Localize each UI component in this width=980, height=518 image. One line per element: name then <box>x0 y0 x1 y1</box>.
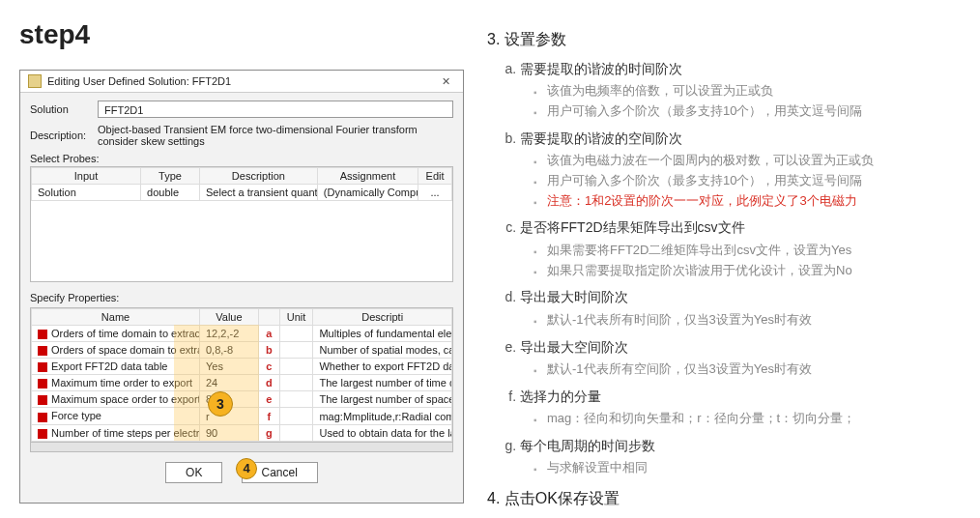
note-item-heading: 需要提取的谐波的空间阶次 <box>520 130 682 146</box>
probes-h-assign: Assignment <box>317 168 418 185</box>
note-item: 每个电周期的时间步数与求解设置中相同 <box>520 435 961 478</box>
notes-heading-3: 3. 设置参数 <box>487 27 961 52</box>
prop-desc: mag:Mmplitude,r:Radial component,t:T <box>313 408 452 424</box>
table-row[interactable]: Orders of space domain to extract0,8,-8b… <box>32 342 452 359</box>
close-icon[interactable]: ✕ <box>436 75 455 88</box>
prop-unit <box>279 408 313 424</box>
dialog-title: Editing User Defined Solution: FFT2D1 <box>47 75 436 87</box>
props-h-blank <box>258 309 279 326</box>
prop-unit <box>279 391 313 408</box>
prop-value[interactable]: 24 <box>200 375 259 391</box>
table-row[interactable]: Solution double Select a transient quant… <box>32 185 452 201</box>
description-label: Description: <box>30 130 98 141</box>
probes-input: Solution <box>32 185 141 201</box>
prop-unit <box>279 326 313 342</box>
description-text: Object-based Transient EM force two-dime… <box>98 124 453 147</box>
props-h-desc: Descripti <box>313 309 452 326</box>
note-sub: 该值为电频率的倍数，可以设置为正或负 <box>533 81 961 101</box>
note-sub: 默认-1代表所有空间阶，仅当3设置为Yes时有效 <box>533 360 961 380</box>
prop-unit <box>279 375 313 391</box>
note-sub: 与求解设置中相同 <box>533 458 961 478</box>
prop-name: Export FFT2D data table <box>32 359 200 375</box>
prop-desc: Number of spatial modes, can be positi <box>313 342 452 359</box>
prop-desc: Whether to export FFT2D data table to <box>313 359 452 375</box>
prop-letter: g <box>258 424 279 441</box>
dialog-window: Editing User Defined Solution: FFT2D1 ✕ … <box>19 70 464 504</box>
note-item: 选择力的分量mag：径向和切向矢量和；r：径向分量；t：切向分量； <box>520 386 961 429</box>
notes-heading-4: 4. 点击OK保存设置 <box>487 486 961 511</box>
note-item-heading: 是否将FFT2D结果矩阵导出到csv文件 <box>520 219 745 235</box>
prop-desc: Used to obtain data for the last electri… <box>313 424 452 441</box>
note-sub: 如果只需要提取指定阶次谐波用于优化设计，设置为No <box>533 261 961 281</box>
table-row[interactable]: Maximum space order to export8eThe large… <box>32 391 452 408</box>
table-row[interactable]: Maximum time order to export24dThe large… <box>32 375 452 391</box>
probes-h-type: Type <box>141 168 200 185</box>
probes-type: double <box>141 185 200 201</box>
table-row[interactable]: Export FFT2D data tableYescWhether to ex… <box>32 359 452 375</box>
prop-desc: The largest number of time domain ord <box>313 375 452 391</box>
callout-3: 3 <box>208 391 233 417</box>
note-item-heading: 需要提取的谐波的时间阶次 <box>520 61 682 76</box>
h-scrollbar[interactable] <box>30 443 453 452</box>
note-item: 导出最大时间阶次默认-1代表所有时间阶，仅当3设置为Yes时有效 <box>520 286 961 330</box>
notes-panel: 3. 设置参数 需要提取的谐波的时间阶次该值为电频率的倍数，可以设置为正或负用户… <box>487 19 961 511</box>
prop-name: Orders of space domain to extract <box>32 342 200 359</box>
ok-button[interactable]: OK <box>165 462 222 483</box>
probes-assign: (Dynamically Computed) <box>317 185 418 201</box>
probes-h-edit: Edit <box>418 168 452 185</box>
prop-name: Maximum time order to export <box>32 375 200 391</box>
props-h-name: Name <box>32 309 200 326</box>
probes-edit-button[interactable]: ... <box>418 185 452 201</box>
props-h-unit: Unit <box>279 309 313 326</box>
titlebar: Editing User Defined Solution: FFT2D1 ✕ <box>20 71 463 93</box>
table-row[interactable]: Number of time steps per electrical cycl… <box>32 424 452 441</box>
solution-input[interactable]: FFT2D1 <box>98 101 453 118</box>
prop-letter: d <box>258 375 279 391</box>
prop-name: Orders of time domain to extract <box>32 326 200 342</box>
table-row[interactable]: Force typerfmag:Mmplitude,r:Radial compo… <box>32 408 452 424</box>
prop-letter: f <box>258 408 279 424</box>
prop-value[interactable]: 0,8,-8 <box>200 342 259 359</box>
note-sub: 该值为电磁力波在一个圆周内的极对数，可以设置为正或负 <box>533 151 961 171</box>
prop-desc: Multiples of fundamental electric freque <box>313 326 452 342</box>
note-item: 是否将FFT2D结果矩阵导出到csv文件如果需要将FFT2D二维矩阵导出到csv… <box>520 216 961 280</box>
props-grid: Name Value Unit Descripti Orders of time… <box>30 307 453 443</box>
probes-h-desc: Description <box>199 168 317 185</box>
note-sub: 注意：1和2设置的阶次一一对应，此例定义了3个电磁力 <box>533 191 961 212</box>
prop-name: Force type <box>32 408 200 424</box>
solution-label: Solution <box>30 103 98 115</box>
prop-value[interactable]: Yes <box>200 359 259 375</box>
note-item: 导出最大空间阶次默认-1代表所有空间阶，仅当3设置为Yes时有效 <box>520 336 961 380</box>
note-sub: 用户可输入多个阶次（最多支持10个），用英文逗号间隔 <box>533 171 961 191</box>
probes-grid: Input Type Description Assignment Edit S… <box>30 166 453 282</box>
prop-value[interactable]: 12,2,-2 <box>200 326 259 342</box>
props-h-value: Value <box>200 309 259 326</box>
callout-4: 4 <box>236 458 257 479</box>
note-item-heading: 导出最大时间阶次 <box>520 289 628 304</box>
note-item: 需要提取的谐波的时间阶次该值为电频率的倍数，可以设置为正或负用户可输入多个阶次（… <box>520 58 961 122</box>
note-item-heading: 每个电周期的时间步数 <box>520 438 655 453</box>
select-probes-label: Select Probes: <box>30 153 453 164</box>
prop-value[interactable]: 90 <box>200 424 259 441</box>
prop-unit <box>279 342 313 359</box>
probes-h-input: Input <box>32 168 141 185</box>
prop-letter: c <box>258 359 279 375</box>
prop-name: Maximum space order to export <box>32 391 200 408</box>
app-icon <box>28 74 42 88</box>
step-title: step4 <box>19 19 464 50</box>
table-row[interactable]: Orders of time domain to extract12,2,-2a… <box>32 326 452 342</box>
prop-letter: b <box>258 342 279 359</box>
note-sub: 如果需要将FFT2D二维矩阵导出到csv文件，设置为Yes <box>533 241 961 261</box>
prop-unit <box>279 359 313 375</box>
prop-desc: The largest number of space domain or <box>313 391 452 408</box>
note-sub: 默认-1代表所有时间阶，仅当3设置为Yes时有效 <box>533 310 961 331</box>
prop-unit <box>279 424 313 441</box>
specify-props-label: Specify Properties: <box>30 292 453 303</box>
note-item-heading: 选择力的分量 <box>520 388 601 404</box>
note-sub: mag：径向和切向矢量和；r：径向分量；t：切向分量； <box>533 409 961 429</box>
note-sub: 用户可输入多个阶次（最多支持10个），用英文逗号间隔 <box>533 101 961 122</box>
prop-letter: a <box>258 326 279 342</box>
probes-desc: Select a transient quantity <box>199 185 317 201</box>
note-item: 需要提取的谐波的空间阶次该值为电磁力波在一个圆周内的极对数，可以设置为正或负用户… <box>520 128 961 212</box>
note-item-heading: 导出最大空间阶次 <box>520 339 628 355</box>
